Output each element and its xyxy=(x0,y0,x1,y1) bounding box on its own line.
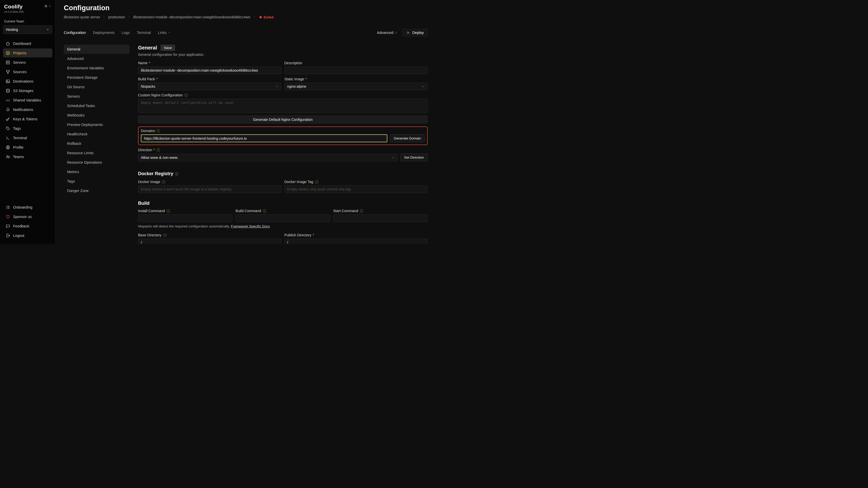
play-icon xyxy=(406,31,410,35)
settings-nav-environment-variables[interactable]: Environment Variables xyxy=(64,64,130,73)
sidebar-item-teams[interactable]: Teams xyxy=(3,152,52,161)
chevron-down-icon xyxy=(275,85,279,88)
docker-image-input[interactable] xyxy=(138,185,281,193)
general-form: General Save General configuration for y… xyxy=(138,44,428,244)
settings-nav-general[interactable]: General xyxy=(64,44,130,54)
breadcrumb-project[interactable]: illicitonion quote server xyxy=(64,15,100,19)
sidebar-item-terminal[interactable]: Terminal xyxy=(3,133,52,142)
sidebar-item-sources[interactable]: Sources xyxy=(3,67,52,76)
tab-bar: Configuration Deployments Logs Terminal … xyxy=(64,29,428,36)
publish-directory-input[interactable] xyxy=(284,239,428,244)
git-source-icon xyxy=(6,70,10,74)
sidebar-item-label: Tags xyxy=(13,126,21,131)
info-icon xyxy=(360,209,363,213)
sidebar-item-destinations[interactable]: Destinations xyxy=(3,77,52,86)
sidebar-item-label: Onboarding xyxy=(13,205,32,209)
sidebar-item-profile[interactable]: Profile xyxy=(3,143,52,152)
build-heading: Build xyxy=(138,201,150,206)
settings-nav-resource-limits[interactable]: Resource Limits xyxy=(64,149,130,158)
framework-docs-link[interactable]: Framework Specific Docs xyxy=(231,224,270,228)
build-command-input[interactable] xyxy=(236,215,330,222)
domains-label: Domains xyxy=(141,129,155,133)
sidebar-item-notifications[interactable]: Notifications xyxy=(3,105,52,114)
static-image-label: Static Image xyxy=(284,77,307,81)
generate-domain-button[interactable]: Generate Domain xyxy=(390,134,425,142)
domains-section: Domains Generate Domain xyxy=(138,126,428,145)
install-command-input[interactable] xyxy=(138,215,232,222)
sidebar-item-sponsor-us[interactable]: Sponsor us xyxy=(3,212,52,221)
settings-nav-resource-operations[interactable]: Resource Operations xyxy=(64,158,130,167)
deploy-button[interactable]: Deploy xyxy=(403,29,428,36)
advanced-dropdown[interactable]: Advanced xyxy=(377,31,398,35)
set-direction-button[interactable]: Set Direction xyxy=(400,154,428,161)
settings-nav-rollback[interactable]: Rollback xyxy=(64,139,130,148)
static-image-select[interactable]: nginx:alpine xyxy=(284,83,428,90)
settings-nav-advanced[interactable]: Advanced xyxy=(64,54,130,63)
sidebar-item-keys-tokens[interactable]: Keys & Tokens xyxy=(3,115,52,123)
save-button[interactable]: Save xyxy=(160,44,175,51)
build-pack-label: Build Pack xyxy=(138,77,158,81)
start-command-input[interactable] xyxy=(333,215,428,222)
settings-nav-preview-deployments[interactable]: Preview Deployments xyxy=(64,120,130,129)
sidebar-item-dashboard[interactable]: Dashboard xyxy=(3,39,52,48)
section-title: General xyxy=(138,45,157,51)
build-pack-value: Nixpacks xyxy=(141,85,155,89)
tab-deployments[interactable]: Deployments xyxy=(93,31,115,35)
tab-links[interactable]: Links xyxy=(158,31,171,35)
app-version: v4.0.0-beta.399 xyxy=(3,10,52,13)
start-command-label: Start Command xyxy=(333,209,358,213)
app-logo: Coolify xyxy=(4,4,23,10)
sidebar-item-shared-variables[interactable]: Shared Variables xyxy=(3,96,52,104)
settings-nav-servers[interactable]: Servers xyxy=(64,92,130,101)
settings-nav-metrics[interactable]: Metrics xyxy=(64,167,130,176)
generate-nginx-button[interactable]: Generate Default Nginx Configuration xyxy=(138,116,428,123)
settings-nav-danger-zone[interactable]: Danger Zone xyxy=(64,186,130,195)
docker-image-label: Docker Image xyxy=(138,180,160,184)
name-input[interactable] xyxy=(138,67,281,74)
direction-label: Direction xyxy=(138,148,155,152)
sidebar-item-s3-storages[interactable]: S3 Storages xyxy=(3,86,52,95)
description-input[interactable] xyxy=(284,67,428,74)
settings-nav-healthcheck[interactable]: Healthcheck xyxy=(64,130,130,139)
sidebar-item-tags[interactable]: Tags xyxy=(3,124,52,133)
info-icon xyxy=(175,172,178,175)
sidebar-item-servers[interactable]: Servers xyxy=(3,58,52,67)
theme-toggle[interactable] xyxy=(44,4,51,8)
sidebar-item-logout[interactable]: Logout xyxy=(3,231,52,240)
chevron-right-icon xyxy=(128,15,131,19)
deploy-label: Deploy xyxy=(412,31,424,35)
server-icon xyxy=(6,60,10,65)
settings-nav-persistent-storage[interactable]: Persistent Storage xyxy=(64,73,130,82)
nginx-config-textarea[interactable] xyxy=(138,99,428,113)
direction-select[interactable]: Allow www & non-www. xyxy=(138,154,398,161)
sidebar-item-feedback[interactable]: Feedback xyxy=(3,222,52,230)
breadcrumb-application[interactable]: illicitestonion/-module--decomposition:m… xyxy=(133,15,250,19)
tab-configuration[interactable]: Configuration xyxy=(64,31,86,35)
breadcrumb-environment[interactable]: production xyxy=(108,15,125,19)
info-icon xyxy=(315,180,318,184)
sidebar-item-onboarding[interactable]: Onboarding xyxy=(3,203,52,212)
team-select[interactable]: Hosting xyxy=(3,25,52,34)
docker-registry-heading: Docker Registry xyxy=(138,171,173,176)
build-pack-select[interactable]: Nixpacks xyxy=(138,83,281,90)
status-badge: Exited xyxy=(259,15,274,19)
tab-terminal[interactable]: Terminal xyxy=(137,31,151,35)
settings-nav-webhooks[interactable]: Webhooks xyxy=(64,111,130,120)
sun-icon xyxy=(44,4,48,8)
sidebar-item-label: Shared Variables xyxy=(13,98,41,102)
docker-image-tag-input[interactable] xyxy=(284,185,428,193)
sidebar-item-projects[interactable]: Projects xyxy=(3,48,52,57)
profile-icon xyxy=(6,145,10,150)
chevron-down-icon xyxy=(392,156,395,159)
settings-nav-tags[interactable]: Tags xyxy=(64,177,130,186)
sidebar-item-label: Keys & Tokens xyxy=(13,117,37,121)
settings-nav-git-source[interactable]: Git Source xyxy=(64,83,130,92)
base-directory-input[interactable] xyxy=(138,239,281,244)
chevron-down-icon xyxy=(46,28,50,31)
tab-logs[interactable]: Logs xyxy=(122,31,130,35)
direction-value: Allow www & non-www. xyxy=(141,156,178,160)
settings-nav-scheduled-tasks[interactable]: Scheduled Tasks xyxy=(64,101,130,110)
domains-input[interactable] xyxy=(141,134,387,142)
sidebar: Coolify v4.0.0-beta.399 Current Team Hos… xyxy=(0,0,56,244)
chevron-right-icon xyxy=(253,15,256,19)
